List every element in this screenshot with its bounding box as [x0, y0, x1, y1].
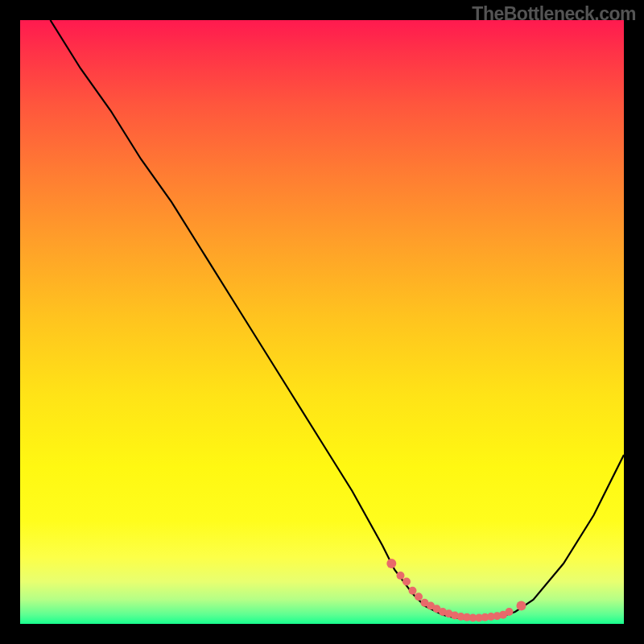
watermark-text: TheBottleneck.com: [472, 3, 636, 25]
bottleneck-curve: [51, 20, 625, 619]
marker-dot: [415, 592, 423, 601]
curve-path: [51, 20, 625, 619]
chart-svg: [20, 20, 624, 624]
highlighted-points: [386, 559, 526, 622]
chart-frame: TheBottleneck.com: [0, 0, 644, 644]
plot-area: [20, 20, 624, 624]
marker-dot: [517, 601, 526, 611]
marker-dot: [506, 608, 514, 616]
marker-dot: [397, 572, 405, 580]
marker-dot: [402, 578, 411, 586]
marker-dot: [386, 559, 396, 568]
marker-dot: [409, 587, 417, 595]
